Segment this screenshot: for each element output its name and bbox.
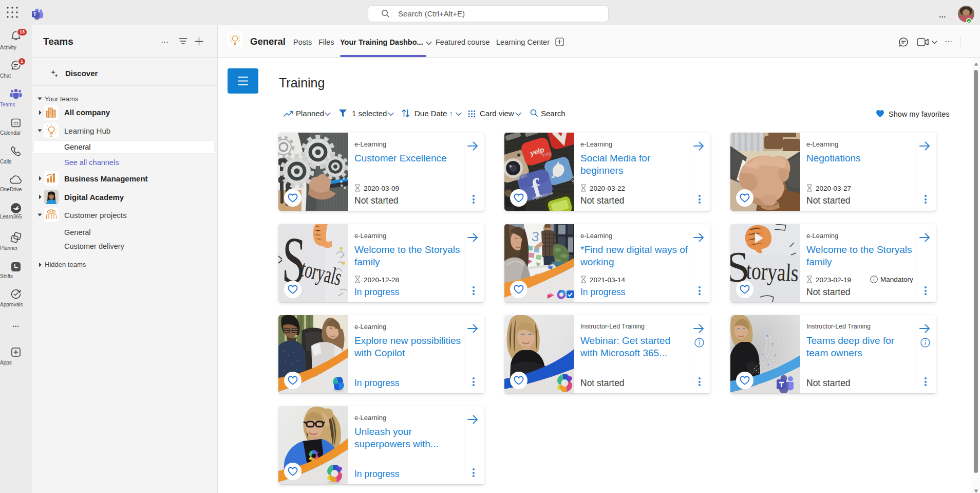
svg-text:toryals: toryals xyxy=(745,257,799,286)
svg-text:@: @ xyxy=(764,326,769,332)
